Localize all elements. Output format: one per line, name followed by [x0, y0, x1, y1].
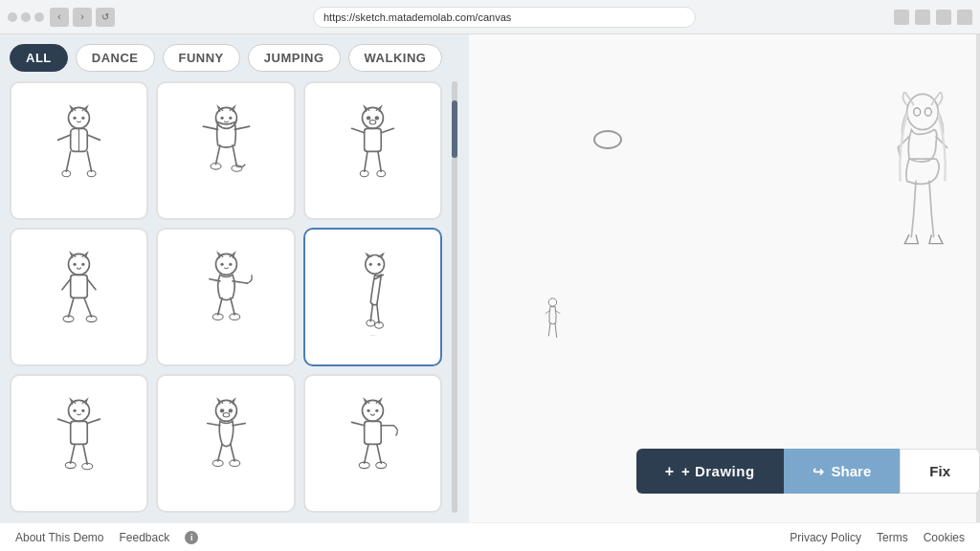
grid-item-5[interactable]: [156, 228, 295, 366]
svg-point-15: [369, 121, 376, 124]
svg-point-38: [81, 409, 84, 412]
info-icon[interactable]: i: [185, 531, 198, 544]
scrollbar-thumb[interactable]: [452, 100, 457, 158]
character-figure: [875, 92, 970, 293]
footer-left: About This Demo Feedback i: [15, 531, 198, 544]
animation-grid: ...: [10, 81, 442, 513]
filter-all[interactable]: ALL: [10, 44, 68, 72]
forward-btn[interactable]: ›: [73, 8, 92, 27]
svg-point-13: [367, 116, 370, 120]
grid-item-2[interactable]: [156, 81, 295, 220]
svg-point-26: [220, 263, 223, 266]
svg-point-21: [81, 263, 84, 266]
svg-rect-22: [71, 275, 88, 298]
about-link[interactable]: About This Demo: [15, 531, 104, 544]
privacy-link[interactable]: Privacy Policy: [790, 531, 861, 544]
grid-item-6[interactable]: ...: [303, 228, 442, 366]
grid-item-4[interactable]: [10, 228, 148, 366]
svg-point-20: [74, 263, 77, 266]
share-icon: ↪: [813, 464, 824, 479]
browser-icon-4: [957, 10, 972, 25]
terms-link[interactable]: Terms: [877, 531, 908, 544]
footer: About This Demo Feedback i Privacy Polic…: [0, 522, 980, 551]
browser-nav: ‹ › ↺: [50, 8, 115, 27]
footer-right: Privacy Policy Terms Cookies: [790, 531, 965, 544]
svg-point-43: [219, 408, 223, 412]
grid-item-8[interactable]: [156, 374, 295, 513]
main-content: ALL DANCE FUNNY JUMPING WALKING: [0, 34, 980, 522]
refresh-btn[interactable]: ↺: [96, 8, 115, 27]
left-panel: ALL DANCE FUNNY JUMPING WALKING: [0, 34, 469, 522]
circle-glyph: [593, 130, 622, 149]
svg-point-55: [907, 94, 939, 129]
share-button[interactable]: ↪ Share: [784, 449, 901, 494]
back-btn[interactable]: ‹: [50, 8, 69, 27]
browser-icon-1: [894, 10, 909, 25]
svg-point-50: [375, 409, 378, 412]
right-panel: + + Drawing ↪ Share Fix: [469, 34, 980, 522]
svg-text:...: ...: [370, 330, 376, 337]
browser-dots: [8, 12, 44, 22]
svg-point-31: [368, 263, 371, 266]
dot-2: [21, 12, 31, 22]
browser-chrome: ‹ › ↺ https://sketch.matademolab.com/can…: [0, 0, 980, 34]
dot-1: [8, 12, 17, 22]
svg-point-8: [220, 117, 223, 120]
small-figure: [541, 293, 565, 350]
filter-dance[interactable]: DANCE: [76, 44, 155, 72]
grid-item-1[interactable]: [10, 81, 148, 220]
grid-item-3[interactable]: [303, 81, 442, 220]
plus-icon: +: [665, 463, 674, 480]
svg-point-14: [375, 116, 379, 120]
browser-icon-2: [915, 10, 930, 25]
svg-rect-51: [365, 421, 382, 444]
grid-item-9[interactable]: [303, 374, 442, 513]
filter-jumping[interactable]: JUMPING: [248, 44, 341, 72]
svg-point-37: [74, 409, 77, 412]
svg-point-45: [223, 413, 230, 417]
svg-point-56: [914, 108, 921, 116]
address-bar[interactable]: https://sketch.matademolab.com/canvas: [313, 7, 696, 28]
svg-rect-39: [71, 421, 88, 444]
svg-point-1: [74, 117, 77, 120]
svg-point-54: [548, 298, 556, 306]
svg-point-49: [367, 409, 369, 412]
browser-icon-3: [936, 10, 951, 25]
scrollbar[interactable]: [452, 81, 457, 513]
svg-point-2: [81, 117, 84, 120]
action-bar: + + Drawing ↪ Share Fix: [636, 449, 980, 494]
grid-container: ...: [10, 81, 459, 513]
svg-point-9: [229, 117, 232, 120]
svg-point-27: [229, 263, 232, 266]
filter-bar: ALL DANCE FUNNY JUMPING WALKING: [10, 44, 459, 72]
feedback-link[interactable]: Feedback: [120, 531, 170, 544]
filter-funny[interactable]: FUNNY: [163, 44, 240, 72]
svg-point-32: [377, 263, 380, 266]
svg-point-44: [228, 408, 232, 412]
drawing-button[interactable]: + + Drawing: [636, 449, 784, 494]
fix-button[interactable]: Fix: [900, 449, 980, 494]
cookies-link[interactable]: Cookies: [924, 531, 965, 544]
filter-walking[interactable]: WALKING: [348, 44, 443, 72]
grid-item-7[interactable]: [10, 374, 148, 513]
svg-point-57: [924, 108, 931, 116]
svg-rect-16: [365, 128, 382, 151]
dot-3: [34, 12, 44, 22]
browser-icons: [894, 10, 972, 25]
